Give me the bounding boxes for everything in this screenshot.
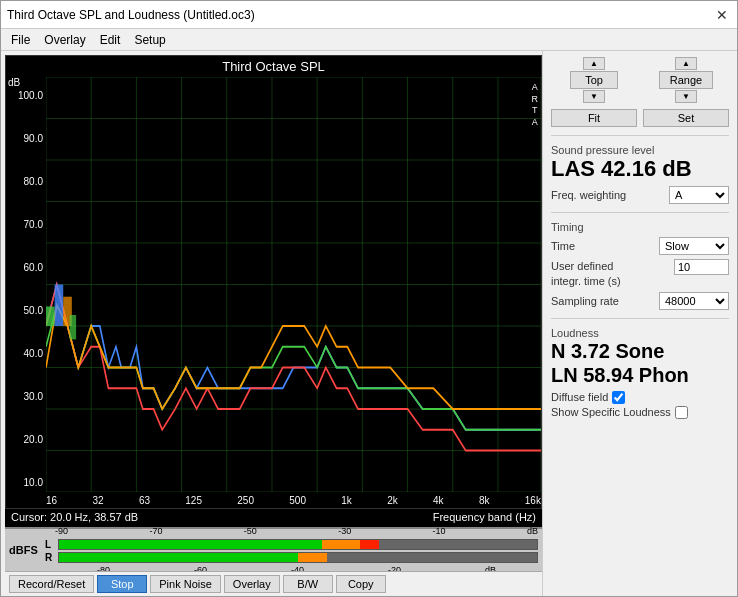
tick-labels-l: -90 -70 -50 -30 -10 dB xyxy=(45,526,538,537)
x-label-32: 32 xyxy=(92,495,103,506)
svg-rect-24 xyxy=(55,285,64,327)
top-up-button[interactable]: ▲ xyxy=(583,57,605,70)
tick-db-right: dB xyxy=(527,526,538,536)
title-bar: Third Octave SPL and Loudness (Untitled.… xyxy=(1,1,737,29)
menu-bar: File Overlay Edit Setup xyxy=(1,29,737,51)
spl-value: LAS 42.16 dB xyxy=(551,156,729,182)
x-label-500: 500 xyxy=(289,495,306,506)
info-bar: Cursor: 20.0 Hz, 38.57 dB Frequency band… xyxy=(5,509,542,527)
time-select[interactable]: Slow Fast Impulse xyxy=(659,237,729,255)
y-label-50: 50.0 xyxy=(24,305,43,316)
range-up-button[interactable]: ▲ xyxy=(675,57,697,70)
l-bar-fill-red xyxy=(360,540,379,549)
x-label-125: 125 xyxy=(185,495,202,506)
record-reset-button[interactable]: Record/Reset xyxy=(9,575,94,593)
main-window: Third Octave SPL and Loudness (Untitled.… xyxy=(0,0,738,597)
x-label-4k: 4k xyxy=(433,495,444,506)
freq-band-label: Frequency band (Hz) xyxy=(427,509,542,527)
y-label-90: 90.0 xyxy=(24,133,43,144)
x-label-63: 63 xyxy=(139,495,150,506)
main-content: Third Octave SPL dB 100.0 90.0 80.0 70.0… xyxy=(1,51,737,596)
cursor-info: Cursor: 20.0 Hz, 38.57 dB xyxy=(5,509,427,527)
top-down-button[interactable]: ▼ xyxy=(583,90,605,103)
range-controls: ▲ Top ▼ ▲ Range ▼ Fit Set xyxy=(551,57,729,127)
chart-plot: ARTA xyxy=(46,77,541,492)
close-button[interactable]: ✕ xyxy=(713,6,731,24)
tick-minus10: -10 xyxy=(433,526,446,536)
menu-overlay[interactable]: Overlay xyxy=(38,32,91,48)
chart-container: Third Octave SPL dB 100.0 90.0 80.0 70.0… xyxy=(5,55,542,596)
sampling-rate-select[interactable]: 48000 44100 96000 xyxy=(659,292,729,310)
freq-weighting-row: Freq. weighting A B C Z xyxy=(551,186,729,204)
r-label: R xyxy=(45,552,55,563)
l-label: L xyxy=(45,539,55,550)
user-defined-label: User definedintegr. time (s) xyxy=(551,259,621,288)
time-label: Time xyxy=(551,240,575,252)
svg-rect-26 xyxy=(70,315,76,339)
spl-section-label: Sound pressure level xyxy=(551,144,729,156)
x-label-16: 16 xyxy=(46,495,57,506)
show-specific-checkbox[interactable] xyxy=(675,406,688,419)
loudness-section: Loudness N 3.72 Sone LN 58.94 Phon Diffu… xyxy=(551,327,729,419)
spl-section: Sound pressure level LAS 42.16 dB Freq. … xyxy=(551,144,729,204)
x-label-2k: 2k xyxy=(387,495,398,506)
diffuse-field-row: Diffuse field xyxy=(551,391,729,404)
diffuse-field-label: Diffuse field xyxy=(551,391,608,403)
dbfs-area: dBFS -90 -70 -50 -30 -10 dB L xyxy=(5,527,542,571)
sampling-rate-label: Sampling rate xyxy=(551,295,619,307)
user-defined-row: User definedintegr. time (s) xyxy=(551,259,729,288)
x-label-8k: 8k xyxy=(479,495,490,506)
y-label-10: 10.0 xyxy=(24,477,43,488)
menu-edit[interactable]: Edit xyxy=(94,32,127,48)
menu-setup[interactable]: Setup xyxy=(128,32,171,48)
freq-weighting-select[interactable]: A B C Z xyxy=(669,186,729,204)
stop-button[interactable]: Stop xyxy=(97,575,147,593)
diffuse-field-checkbox[interactable] xyxy=(612,391,625,404)
tick-minus70: -70 xyxy=(149,526,162,536)
loudness-ln-value: LN 58.94 Phon xyxy=(551,363,729,387)
y-label-70: 70.0 xyxy=(24,219,43,230)
l-bar-fill-orange xyxy=(322,540,360,549)
overlay-button[interactable]: Overlay xyxy=(224,575,280,593)
bottom-buttons: Record/Reset Stop Pink Noise Overlay B/W… xyxy=(5,571,542,596)
show-specific-label: Show Specific Loudness xyxy=(551,406,671,418)
arta-label: ARTA xyxy=(532,82,539,129)
y-label-100: 100.0 xyxy=(18,90,43,101)
range-label-button[interactable]: Range xyxy=(659,71,713,89)
pink-noise-button[interactable]: Pink Noise xyxy=(150,575,221,593)
range-down-button[interactable]: ▼ xyxy=(675,90,697,103)
set-button[interactable]: Set xyxy=(643,109,729,127)
freq-weighting-label: Freq. weighting xyxy=(551,189,626,201)
y-label-80: 80.0 xyxy=(24,176,43,187)
fit-button[interactable]: Fit xyxy=(551,109,637,127)
level-bars: -90 -70 -50 -30 -10 dB L xyxy=(45,526,538,575)
sampling-rate-row: Sampling rate 48000 44100 96000 xyxy=(551,292,729,310)
timing-section: Timing Time Slow Fast Impulse User defin… xyxy=(551,221,729,310)
y-label-40: 40.0 xyxy=(24,348,43,359)
svg-rect-23 xyxy=(46,306,55,326)
l-bar-row: L xyxy=(45,539,538,550)
y-label-30: 30.0 xyxy=(24,391,43,402)
y-axis: dB 100.0 90.0 80.0 70.0 60.0 50.0 40.0 3… xyxy=(6,77,46,492)
timing-section-label: Timing xyxy=(551,221,729,233)
x-label-250: 250 xyxy=(237,495,254,506)
chart-title: Third Octave SPL xyxy=(6,56,541,77)
y-axis-title: dB xyxy=(8,77,43,88)
l-bar-fill-green xyxy=(59,540,322,549)
r-bar-track xyxy=(58,552,538,563)
l-bar-track xyxy=(58,539,538,550)
range-control: ▲ Range ▼ xyxy=(643,57,729,103)
y-label-60: 60.0 xyxy=(24,262,43,273)
chart-area: Third Octave SPL dB 100.0 90.0 80.0 70.0… xyxy=(5,55,542,509)
loudness-section-label: Loudness xyxy=(551,327,729,339)
loudness-n-value: N 3.72 Sone xyxy=(551,339,729,363)
dbfs-label: dBFS xyxy=(9,544,39,556)
right-panel: ▲ Top ▼ ▲ Range ▼ Fit Set Sound pressure… xyxy=(542,51,737,596)
copy-button[interactable]: Copy xyxy=(336,575,386,593)
show-specific-row: Show Specific Loudness xyxy=(551,406,729,419)
top-button[interactable]: Top xyxy=(570,71,618,89)
menu-file[interactable]: File xyxy=(5,32,36,48)
top-control: ▲ Top ▼ xyxy=(551,57,637,103)
user-defined-input[interactable] xyxy=(674,259,729,275)
bw-button[interactable]: B/W xyxy=(283,575,333,593)
